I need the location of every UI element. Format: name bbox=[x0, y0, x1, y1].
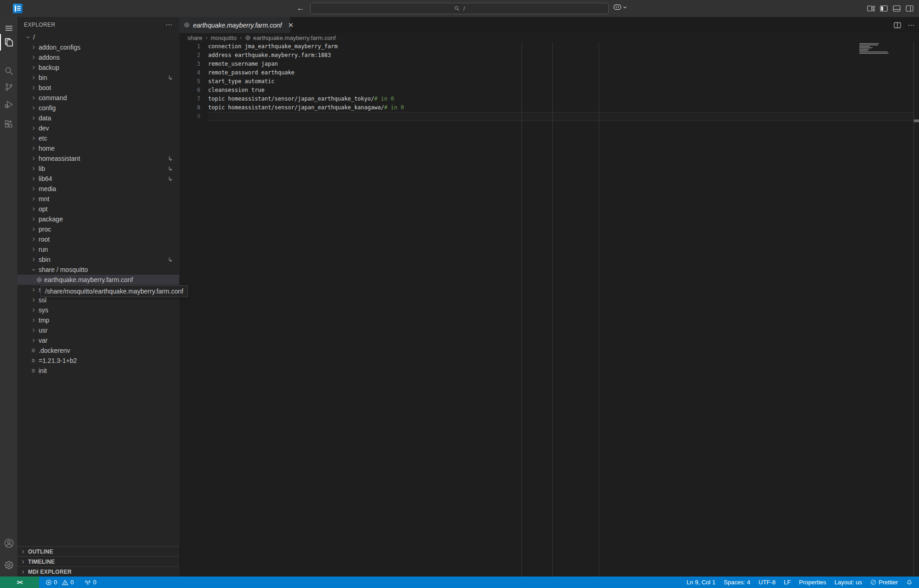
tab-label: earthquake.mayberry.farm.conf bbox=[193, 22, 282, 29]
tree-item-home[interactable]: home bbox=[17, 143, 179, 153]
customize-layout-icon[interactable] bbox=[867, 5, 875, 12]
tab-earthquake-conf[interactable]: earthquake.mayberry.farm.conf ✕ bbox=[179, 17, 290, 33]
tree-item-mnt[interactable]: mnt bbox=[17, 194, 179, 204]
tree-item-lib[interactable]: lib↳ bbox=[17, 164, 179, 174]
tree-item-homeassistant[interactable]: homeassistant↳ bbox=[17, 153, 179, 164]
split-editor-icon[interactable] bbox=[894, 22, 901, 28]
tree-item-lib64[interactable]: lib64↳ bbox=[17, 174, 179, 184]
status-item-layout-us[interactable]: Layout: us bbox=[834, 579, 862, 586]
chevron-down-icon bbox=[623, 6, 627, 9]
status-item-ln-9-col-1[interactable]: Ln 9, Col 1 bbox=[686, 579, 715, 586]
tree-item-addons[interactable]: addons bbox=[17, 52, 179, 62]
explorer-more-actions-icon[interactable]: ⋯ bbox=[165, 21, 173, 29]
status-item-prettier[interactable]: Prettier bbox=[870, 579, 898, 586]
code-area[interactable]: 1connection jma_earthquake_mayberry_farm… bbox=[179, 42, 919, 577]
section-mdi-explorer[interactable]: MDI EXPLORER bbox=[17, 566, 179, 577]
tree-item-bin[interactable]: bin↳ bbox=[17, 73, 179, 83]
tree-item--1-21-3-1-b2[interactable]: =1.21.3-1+b2 bbox=[17, 356, 179, 366]
source-control-icon[interactable] bbox=[0, 80, 17, 94]
gear-file-icon bbox=[184, 22, 190, 28]
breadcrumb-item[interactable]: earthquake.mayberry.farm.conf bbox=[245, 34, 336, 41]
tree-item--[interactable]: / bbox=[17, 32, 179, 42]
overview-cursor-marker bbox=[914, 119, 919, 122]
file-tree: /addon_configsaddonsbackupbin↳bootcomman… bbox=[17, 32, 179, 376]
section-outline[interactable]: OUTLINE bbox=[17, 546, 179, 556]
tree-item-tmp[interactable]: tmp bbox=[17, 315, 179, 325]
toggle-secondary-sidebar-icon[interactable] bbox=[906, 5, 913, 12]
tree-item-usr[interactable]: usr bbox=[17, 325, 179, 335]
nav-back-icon[interactable]: ← bbox=[295, 3, 306, 14]
breadcrumb-item[interactable]: share bbox=[187, 34, 203, 41]
account-icon[interactable] bbox=[0, 536, 17, 550]
extensions-icon[interactable] bbox=[0, 117, 17, 131]
ports-status[interactable]: 0 bbox=[85, 579, 96, 586]
code-line-9[interactable]: 9 bbox=[179, 112, 919, 121]
tree-item-earthquake-mayberry-farm-conf[interactable]: earthquake.mayberry.farm.conf bbox=[17, 275, 179, 285]
command-center-search[interactable]: / bbox=[310, 3, 609, 14]
tree-item-command[interactable]: command bbox=[17, 93, 179, 103]
explorer-icon[interactable] bbox=[0, 35, 17, 49]
status-item-lf[interactable]: LF bbox=[784, 579, 791, 586]
tree-item-etc[interactable]: etc bbox=[17, 133, 179, 143]
code-line-5[interactable]: 5start_type automatic bbox=[179, 77, 919, 86]
tab-close-icon[interactable]: ✕ bbox=[288, 21, 294, 29]
status-item-spaces-4[interactable]: Spaces: 4 bbox=[724, 579, 750, 586]
editor-more-actions-icon[interactable]: ⋯ bbox=[908, 21, 914, 29]
tree-item-dev[interactable]: dev bbox=[17, 123, 179, 133]
breadcrumb-separator: › bbox=[206, 34, 208, 41]
run-debug-icon[interactable] bbox=[0, 97, 17, 111]
tree-item-sys[interactable]: sys bbox=[17, 305, 179, 315]
code-text: address earthquake.mayberry.farm:1883 bbox=[208, 51, 913, 60]
menu-icon[interactable] bbox=[0, 21, 17, 35]
tree-item-run[interactable]: run bbox=[17, 244, 179, 254]
tree-item-proc[interactable]: proc bbox=[17, 224, 179, 234]
copilot-menu[interactable] bbox=[613, 4, 627, 11]
remote-indicator[interactable]: >< bbox=[0, 577, 39, 588]
tree-item-backup[interactable]: backup bbox=[17, 62, 179, 73]
app-logo-icon[interactable] bbox=[13, 4, 23, 13]
minimap[interactable] bbox=[859, 43, 910, 56]
tree-item-root[interactable]: root bbox=[17, 234, 179, 244]
chevron-down-icon bbox=[25, 34, 31, 41]
tree-item-addon-configs[interactable]: addon_configs bbox=[17, 42, 179, 52]
status-item-utf-8[interactable]: UTF-8 bbox=[759, 579, 776, 586]
tree-item-package[interactable]: package bbox=[17, 214, 179, 224]
tree-item-label: lib bbox=[39, 165, 45, 172]
code-text: start_type automatic bbox=[208, 77, 913, 86]
tree-item-boot[interactable]: boot bbox=[17, 83, 179, 93]
tree-item-opt[interactable]: opt bbox=[17, 204, 179, 214]
tree-item-config[interactable]: config bbox=[17, 103, 179, 113]
code-line-2[interactable]: 2address earthquake.mayberry.farm:1883 bbox=[179, 51, 919, 60]
search-view-icon[interactable] bbox=[0, 64, 17, 78]
editor-pane: earthquake.mayberry.farm.conf ✕ ⋯ share›… bbox=[179, 17, 919, 577]
overview-ruler[interactable] bbox=[913, 42, 919, 577]
breadcrumb-item[interactable]: mosquitto bbox=[211, 34, 237, 41]
code-line-3[interactable]: 3remote_username japan bbox=[179, 60, 919, 68]
code-line-1[interactable]: 1connection jma_earthquake_mayberry_farm bbox=[179, 42, 919, 51]
section-timeline[interactable]: TIMELINE bbox=[17, 556, 179, 566]
tree-item-sbin[interactable]: sbin↳ bbox=[17, 254, 179, 265]
tree-item-label: mnt bbox=[39, 195, 49, 203]
tree-item-media[interactable]: media bbox=[17, 184, 179, 194]
toggle-primary-sidebar-icon[interactable] bbox=[880, 5, 888, 12]
tree-item--dockerenv[interactable]: .dockerenv bbox=[17, 345, 179, 356]
code-line-7[interactable]: 7topic homeassistant/sensor/japan_earthq… bbox=[179, 95, 919, 103]
problems-status[interactable]: 0 0 bbox=[45, 579, 74, 586]
code-line-8[interactable]: 8topic homeassistant/sensor/japan_earthq… bbox=[179, 103, 919, 112]
editor-ruler bbox=[522, 42, 522, 577]
code-line-6[interactable]: 6cleansession true bbox=[179, 86, 919, 95]
status-item-properties[interactable]: Properties bbox=[799, 579, 826, 586]
notifications-bell-icon[interactable] bbox=[906, 579, 913, 586]
tree-item-label: sys bbox=[39, 306, 48, 314]
code-line-4[interactable]: 4remote_password earthquake bbox=[179, 68, 919, 77]
tree-item-var[interactable]: var bbox=[17, 335, 179, 345]
toggle-panel-icon[interactable] bbox=[893, 5, 901, 12]
minimap-line bbox=[859, 47, 873, 48]
tree-item-label: command bbox=[39, 94, 67, 102]
settings-gear-icon[interactable] bbox=[0, 558, 17, 572]
tree-item-data[interactable]: data bbox=[17, 113, 179, 123]
copilot-icon bbox=[613, 4, 622, 11]
tree-item-share-mosquitto[interactable]: share / mosquitto bbox=[17, 265, 179, 275]
tree-item-init[interactable]: init bbox=[17, 366, 179, 376]
minimap-line bbox=[859, 43, 879, 44]
